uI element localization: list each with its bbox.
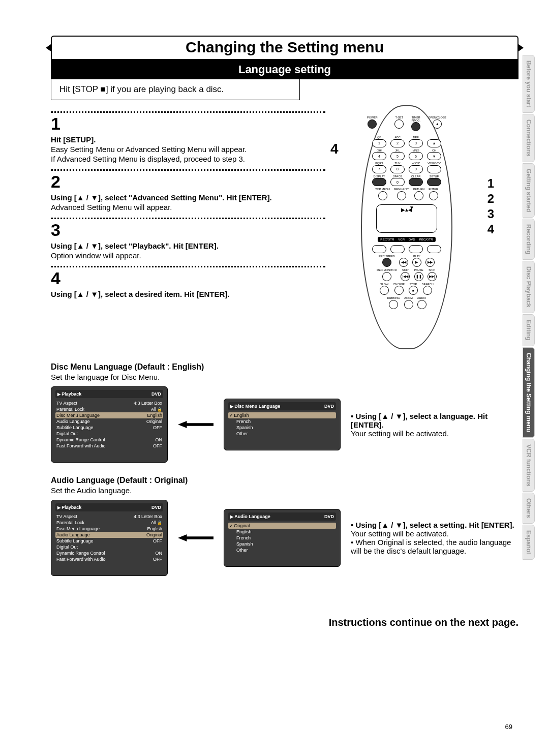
btn-clear[interactable] — [409, 178, 423, 186]
timer-prog-button[interactable] — [411, 122, 420, 131]
btn-1[interactable]: 1 — [372, 139, 386, 147]
btn-4[interactable]: 4 — [372, 152, 386, 160]
page-number: 69 — [505, 723, 512, 731]
disc-menu-screen-lang: Disc Menu LanguageDVD English French Spa… — [224, 399, 341, 450]
side-num-4: 4 — [487, 222, 494, 236]
btn-menulist[interactable] — [397, 191, 406, 200]
step-3-number: 3 — [51, 221, 325, 238]
disc-menu-screen-playback: PlaybackDVD TV Aspect4:3 Letter Box Pare… — [51, 386, 168, 463]
step-4-number: 4 — [51, 269, 325, 287]
remote-side-numbers: 1 2 3 4 — [487, 176, 494, 236]
page-title: Changing the Setting menu — [51, 36, 518, 60]
btn-search[interactable] — [423, 286, 432, 295]
disc-note-title: • Using [▲ / ▼], select a language. Hit … — [351, 412, 518, 429]
btn-ch-dn[interactable]: ▼ — [427, 152, 441, 160]
step-2-body: Advanced Setting Menu will appear. — [51, 203, 325, 211]
btn-skipf[interactable]: ▶▶| — [428, 272, 437, 281]
btn-2[interactable]: 2 — [390, 139, 405, 147]
tab-connections[interactable]: Connections — [523, 114, 535, 162]
btn-slow[interactable] — [380, 286, 389, 295]
btn-stop[interactable]: ■ — [409, 286, 418, 295]
audio-note-body: Your setting will be activated. — [351, 529, 518, 538]
screen-title: Playback — [57, 391, 81, 397]
step-2-number: 2 — [51, 173, 325, 190]
btn-topmenu[interactable] — [378, 191, 387, 200]
btn-skipb[interactable]: |◀◀ — [401, 272, 410, 281]
remote-callout-4: 4 — [330, 141, 339, 157]
lbl-openclose: OPEN/CLOSE — [428, 116, 446, 119]
btn-play[interactable]: ▶ — [412, 258, 421, 267]
btn-7[interactable]: 7 — [372, 165, 386, 173]
btn-return[interactable] — [414, 191, 423, 200]
btn-dubbing[interactable] — [389, 300, 398, 309]
audio-note-extra: • When Original is selected, the audio l… — [351, 538, 518, 555]
screen-title: Playback — [57, 505, 81, 510]
btn-setup[interactable] — [427, 178, 441, 186]
btn-ch-up[interactable]: ▲ — [427, 139, 441, 147]
btn-6[interactable]: 6 — [409, 152, 423, 160]
audio-screen-lang: Audio LanguageDVD Original English Frenc… — [224, 509, 341, 567]
btn-enter[interactable] — [429, 191, 438, 200]
btn-recmon[interactable] — [382, 272, 391, 281]
screen-tag: DVD — [324, 514, 334, 519]
tab-editing[interactable]: Editing — [523, 314, 535, 346]
btn-rew[interactable]: ◀◀ — [399, 258, 408, 267]
screen-tag: DVD — [151, 505, 161, 510]
step-1-body1: Easy Setting Menu or Advanced Setting Me… — [51, 145, 325, 154]
btn-audio[interactable] — [417, 300, 426, 309]
mode-row: REC/OTR VCR DVD REC/OTR — [378, 237, 435, 242]
screen-title: Audio Language — [230, 514, 270, 519]
hit-stop-note: Hit [STOP ■] if you are playing back a d… — [51, 79, 300, 100]
tab-espanol[interactable]: Español — [523, 525, 535, 560]
screen-tag: DVD — [324, 404, 334, 409]
btn-cmskip[interactable] — [394, 286, 404, 295]
btn-mode2[interactable] — [390, 245, 405, 253]
arrow-left-icon — [178, 421, 214, 428]
disc-note-body: Your setting will be activated. — [351, 429, 518, 438]
btn-pause[interactable]: ❚❚ — [414, 272, 423, 281]
dpad[interactable]: ▲ ▼ ◀ ▶ — [376, 204, 437, 233]
btn-3[interactable]: 3 — [409, 139, 423, 147]
lbl-tset: T-SET — [395, 116, 404, 119]
tset-button[interactable] — [394, 119, 404, 129]
step-4-title: Using [▲ / ▼], select a desired item. Hi… — [51, 290, 325, 298]
audio-screen-playback: PlaybackDVD TV Aspect4:3 Letter Box Pare… — [51, 500, 168, 576]
btn-mode3[interactable] — [409, 245, 423, 253]
remote-illustration: POWER T-SET TIMER PROG. OPEN/CLOSE ▲ — [361, 105, 452, 349]
step-3-title: Using [▲ / ▼], select "Playback". Hit [E… — [51, 241, 325, 250]
disc-menu-sub: Set the language for Disc Menu. — [51, 373, 518, 381]
tab-changing-setting-menu[interactable]: Changing the Setting menu — [523, 347, 535, 438]
btn-5[interactable]: 5 — [390, 152, 405, 160]
power-button[interactable] — [368, 119, 377, 129]
tab-recording[interactable]: Recording — [523, 219, 535, 260]
tab-others[interactable]: Others — [523, 493, 535, 524]
tab-vcr-functions[interactable]: VCR functions — [523, 439, 535, 492]
arrow-left-icon — [178, 534, 214, 541]
continue-note: Instructions continue on the next page. — [51, 617, 518, 628]
screen-title: Disc Menu Language — [230, 404, 280, 409]
btn-ff[interactable]: ▶▶ — [425, 258, 435, 267]
side-num-3: 3 — [487, 207, 494, 221]
btn-0[interactable]: 0 — [390, 178, 405, 186]
btn-videotv[interactable] — [427, 165, 441, 173]
audio-lang-heading: Audio Language (Default : Original) — [51, 476, 518, 485]
btn-zoom[interactable] — [404, 300, 413, 309]
btn-8[interactable]: 8 — [390, 165, 405, 173]
step-3-body: Option window will appear. — [51, 251, 325, 260]
audio-note-title: • Using [▲ / ▼], select a setting. Hit [… — [351, 521, 518, 529]
btn-mode1[interactable] — [372, 245, 386, 253]
btn-mode4[interactable] — [427, 245, 441, 253]
hit-stop-text: Hit [STOP ■] if you are playing back a d… — [59, 84, 224, 94]
lbl-power: POWER — [367, 116, 378, 119]
arrow-right-icon: ▶ — [401, 207, 405, 213]
btn-display[interactable] — [372, 178, 386, 186]
step-1-title: Hit [SETUP]. — [51, 135, 325, 144]
arrow-left-icon: ◀ — [408, 207, 412, 213]
tab-disc-playback[interactable]: Disc Playback — [523, 261, 535, 313]
tab-before-you-start[interactable]: Before you start — [523, 55, 535, 113]
btn-recspeed[interactable] — [382, 258, 391, 267]
open-close-button[interactable]: ▲ — [433, 119, 442, 129]
btn-9[interactable]: 9 — [409, 165, 423, 173]
tab-getting-started[interactable]: Getting started — [523, 163, 535, 218]
step-1-body2: If Advanced Setting Menu is displayed, p… — [51, 155, 325, 163]
